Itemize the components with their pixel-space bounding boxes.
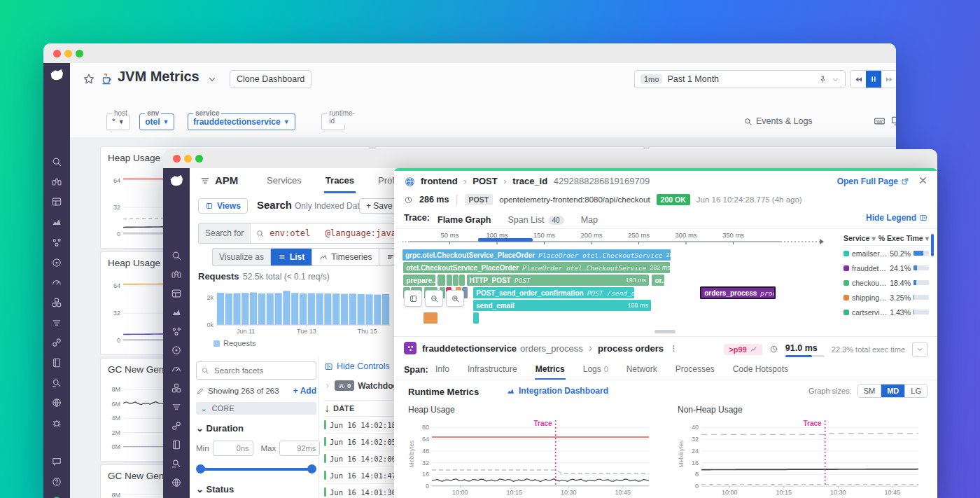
legend-row-checkoutservice[interactable]: checkoutservice18.4% bbox=[844, 275, 929, 290]
span-tab-info[interactable]: Info bbox=[435, 360, 450, 378]
breadcrumb-method[interactable]: POST bbox=[472, 176, 497, 186]
hide-legend-button[interactable]: Hide Legend bbox=[866, 213, 927, 223]
duration-max-input[interactable] bbox=[279, 441, 320, 456]
integration-dashboard-link[interactable]: Integration Dashboard bbox=[506, 386, 608, 396]
time-range-picker[interactable]: 1mo Past 1 Month bbox=[634, 70, 846, 88]
watchdog-icon[interactable] bbox=[43, 173, 70, 191]
duration-slider[interactable] bbox=[196, 464, 316, 474]
maximize-traffic-light[interactable] bbox=[76, 50, 83, 57]
close-panel-icon[interactable] bbox=[918, 175, 928, 186]
focus-span-button[interactable] bbox=[404, 290, 422, 307]
integrations-icon[interactable] bbox=[43, 293, 70, 312]
pause-button[interactable] bbox=[866, 71, 881, 88]
span-tab-network[interactable]: Network bbox=[626, 360, 658, 378]
span-tab-infrastructure[interactable]: Infrastructure bbox=[467, 360, 518, 378]
flame-span-prepare-[interactable]: prepare... bbox=[403, 275, 435, 286]
tab-services[interactable]: Services bbox=[265, 168, 303, 191]
watchdog-row[interactable]: 0 Watchdog bbox=[324, 380, 394, 391]
apm-icon[interactable] bbox=[43, 273, 70, 291]
legend-row-emailservice[interactable]: emailservice50.2% bbox=[844, 246, 929, 261]
log-search-icon[interactable] bbox=[163, 455, 190, 473]
span-service[interactable]: frauddetectionservice bbox=[422, 343, 517, 354]
chat-icon[interactable] bbox=[43, 452, 70, 471]
service-map-icon[interactable] bbox=[163, 322, 190, 340]
flame-span[interactable] bbox=[447, 275, 452, 286]
duration-facet-header[interactable]: ⌄ Duration bbox=[196, 423, 316, 434]
log-search-icon[interactable] bbox=[43, 374, 70, 392]
kebab-menu-icon[interactable] bbox=[669, 344, 678, 353]
panel-resize-handle[interactable] bbox=[654, 330, 676, 333]
span-tab-code-hotspots[interactable]: Code Hotspots bbox=[732, 360, 789, 378]
trace-tab-span-list[interactable]: Span List40 bbox=[507, 215, 564, 225]
pin-icon[interactable] bbox=[818, 75, 827, 84]
tab-traces[interactable]: Traces bbox=[324, 168, 356, 193]
filter-runtime-id[interactable]: runtime-id*▼ bbox=[321, 113, 345, 130]
flame-span-or-[interactable]: or... bbox=[652, 275, 664, 286]
trace-list-row[interactable]: Jun 16 14:02:05.9 bbox=[324, 434, 394, 450]
pencil-icon[interactable] bbox=[196, 387, 204, 395]
graph-size-sm[interactable]: SM bbox=[858, 385, 882, 397]
maximize-traffic-light[interactable] bbox=[195, 155, 203, 162]
slider-handle-min[interactable] bbox=[196, 464, 205, 473]
collapse-span-button[interactable] bbox=[912, 342, 927, 357]
hide-controls-button[interactable]: Hide Controls bbox=[324, 361, 394, 371]
filter-host[interactable]: host*▼ bbox=[106, 113, 130, 130]
help-icon[interactable] bbox=[43, 473, 70, 491]
legend-row-cartservice[interactable]: cartservice1.43% bbox=[844, 305, 929, 319]
flame-span[interactable] bbox=[424, 312, 438, 324]
synthetics-icon[interactable] bbox=[163, 341, 190, 359]
trace-tab-flame-graph[interactable]: Flame Graph bbox=[438, 215, 491, 225]
chevron-down-icon[interactable] bbox=[832, 76, 839, 83]
notebooks-icon[interactable] bbox=[43, 354, 70, 372]
filter-env[interactable]: envotel▼ bbox=[139, 113, 174, 130]
apm-icon[interactable] bbox=[163, 360, 190, 378]
legend-row-frauddetection[interactable]: frauddetection...24.1% bbox=[844, 261, 929, 275]
service-map-icon[interactable] bbox=[43, 233, 70, 251]
dashboards-icon[interactable] bbox=[43, 193, 70, 211]
search-icon[interactable] bbox=[163, 247, 190, 265]
trace-list-row[interactable]: Jun 16 14:02:00.0 bbox=[324, 450, 394, 467]
search-facets-input[interactable] bbox=[213, 366, 300, 375]
zoom-in-button[interactable] bbox=[446, 290, 464, 307]
duration-min-input[interactable] bbox=[213, 441, 253, 456]
time-forward-button[interactable] bbox=[881, 71, 896, 88]
open-full-page-link[interactable]: Open Full Page bbox=[837, 177, 909, 186]
dashboard-titlebar[interactable] bbox=[43, 43, 896, 64]
minimize-traffic-light[interactable] bbox=[184, 155, 192, 162]
flame-span[interactable] bbox=[453, 275, 458, 286]
notebooks-icon[interactable] bbox=[163, 436, 190, 454]
chevron-down-icon[interactable] bbox=[207, 74, 217, 84]
security-icon[interactable] bbox=[163, 473, 190, 492]
ci-icon[interactable] bbox=[163, 417, 190, 435]
search-icon[interactable] bbox=[43, 153, 70, 171]
bug-icon[interactable] bbox=[43, 414, 70, 432]
dashboards-icon[interactable] bbox=[163, 284, 190, 303]
trace-list-row[interactable]: Jun 16 14:01:47.3 bbox=[324, 467, 394, 484]
trace-url[interactable]: opentelemetry-frontend:8080/api/checkout bbox=[499, 195, 650, 204]
keyboard-icon[interactable] bbox=[874, 115, 886, 127]
flame-span[interactable] bbox=[473, 312, 479, 324]
p99-latency-badge[interactable]: >p99 bbox=[724, 344, 762, 355]
minimize-traffic-light[interactable] bbox=[64, 50, 72, 57]
slider-handle-max[interactable] bbox=[307, 464, 316, 473]
close-traffic-light[interactable] bbox=[53, 50, 61, 57]
metrics-icon[interactable] bbox=[163, 303, 190, 321]
trace-tab-map[interactable]: Map bbox=[581, 215, 598, 225]
flame-graph[interactable]: 50 ms100 ms150 ms200 ms250 ms300 ms350 m… bbox=[402, 231, 838, 328]
close-traffic-light[interactable] bbox=[173, 155, 181, 162]
flame-span-post-send-order-confirmation[interactable]: POST_send_order_confirmationPOST /send_o… bbox=[473, 287, 634, 298]
legend-service-header[interactable]: Service bbox=[844, 234, 869, 242]
visualize-timeseries[interactable]: Timeseries bbox=[312, 248, 379, 266]
date-column-header[interactable]: ↓ DATE bbox=[324, 400, 394, 417]
tv-mode-icon[interactable] bbox=[890, 115, 896, 127]
apm-titlebar[interactable] bbox=[163, 149, 937, 169]
datadog-logo-icon[interactable] bbox=[168, 173, 185, 190]
span-tab-metrics[interactable]: Metrics bbox=[535, 360, 566, 380]
avatar-icon[interactable] bbox=[43, 492, 70, 498]
flame-span-send-email[interactable]: send_email188 ms bbox=[473, 300, 651, 311]
metrics-icon[interactable] bbox=[43, 213, 70, 231]
views-button[interactable]: Views bbox=[198, 198, 248, 214]
graph-size-md[interactable]: MD bbox=[881, 385, 905, 397]
span-resource[interactable]: orders_process bbox=[520, 343, 583, 354]
logs-icon[interactable] bbox=[43, 314, 70, 332]
